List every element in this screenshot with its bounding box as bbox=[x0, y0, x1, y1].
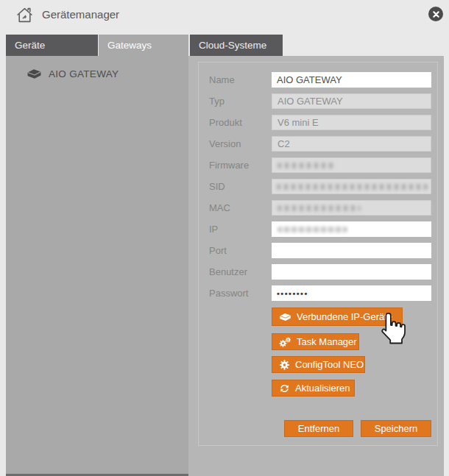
field-label-mac: MAC bbox=[209, 200, 230, 216]
typ-input bbox=[272, 93, 431, 109]
device-manager-window: Gerätemanager Geräte Gateways Cloud-Syst… bbox=[0, 0, 449, 476]
sid-input bbox=[272, 179, 431, 194]
field-label-version: Version bbox=[209, 136, 241, 152]
gateway-details-pane: Name Typ Produkt Version Firmware bbox=[188, 56, 444, 476]
version-input bbox=[272, 136, 431, 152]
task-manager-label: Task Manager bbox=[297, 336, 357, 347]
entfernen-label: Entfernen bbox=[298, 423, 339, 434]
verbundene-ip-geraete-button[interactable]: Verbundene IP-Geräte bbox=[272, 308, 403, 326]
tab-cloud-systeme[interactable]: Cloud-Systeme bbox=[190, 35, 283, 56]
passwort-input[interactable] bbox=[272, 285, 431, 301]
field-label-produkt: Produkt bbox=[209, 115, 242, 130]
gateway-list-pane: AIO GATEWAY bbox=[6, 56, 188, 476]
field-label-sid: SID bbox=[209, 179, 225, 194]
task-manager-button[interactable]: Task Manager bbox=[272, 333, 359, 350]
tab-gateways[interactable]: Gateways bbox=[99, 35, 188, 56]
verbundene-ip-geraete-label: Verbundene IP-Geräte bbox=[297, 311, 392, 322]
title-bar: Gerätemanager bbox=[0, 0, 449, 35]
aktualisieren-button[interactable]: Aktualisieren bbox=[272, 380, 355, 397]
gateway-icon bbox=[26, 68, 42, 79]
field-label-port: Port bbox=[209, 243, 227, 258]
field-label-ip: IP bbox=[209, 221, 218, 237]
close-button[interactable] bbox=[428, 7, 443, 21]
speichern-button[interactable]: Speichern bbox=[361, 420, 431, 437]
gateway-icon bbox=[279, 312, 291, 322]
window-title: Gerätemanager bbox=[42, 8, 119, 21]
cogs-icon bbox=[279, 337, 291, 347]
field-label-typ: Typ bbox=[209, 93, 224, 109]
name-input[interactable] bbox=[272, 72, 431, 88]
close-icon bbox=[433, 11, 439, 18]
tab-geraete[interactable]: Geräte bbox=[6, 35, 98, 56]
field-label-firmware: Firmware bbox=[209, 157, 249, 173]
home-automation-icon bbox=[15, 6, 34, 24]
firmware-input bbox=[272, 157, 431, 173]
speichern-label: Speichern bbox=[375, 423, 418, 434]
mac-input bbox=[272, 200, 431, 216]
gateway-list-item[interactable]: AIO GATEWAY bbox=[21, 63, 119, 84]
configtool-neo-button[interactable]: ConfigTool NEO bbox=[272, 356, 365, 373]
port-input[interactable] bbox=[272, 243, 431, 258]
gateway-item-label: AIO GATEWAY bbox=[49, 68, 119, 79]
field-label-passwort: Passwort bbox=[209, 285, 248, 301]
ip-input[interactable] bbox=[272, 221, 431, 237]
benutzer-input[interactable] bbox=[272, 264, 431, 280]
refresh-icon bbox=[279, 383, 290, 394]
gateway-form-panel: Name Typ Produkt Version Firmware bbox=[198, 62, 438, 446]
aktualisieren-label: Aktualisieren bbox=[295, 383, 350, 394]
field-label-name: Name bbox=[209, 72, 235, 88]
field-label-benutzer: Benutzer bbox=[209, 264, 247, 280]
configtool-neo-label: ConfigTool NEO bbox=[295, 359, 364, 370]
produkt-input bbox=[272, 115, 431, 130]
gear-icon bbox=[279, 360, 290, 370]
entfernen-button[interactable]: Entfernen bbox=[284, 420, 353, 437]
